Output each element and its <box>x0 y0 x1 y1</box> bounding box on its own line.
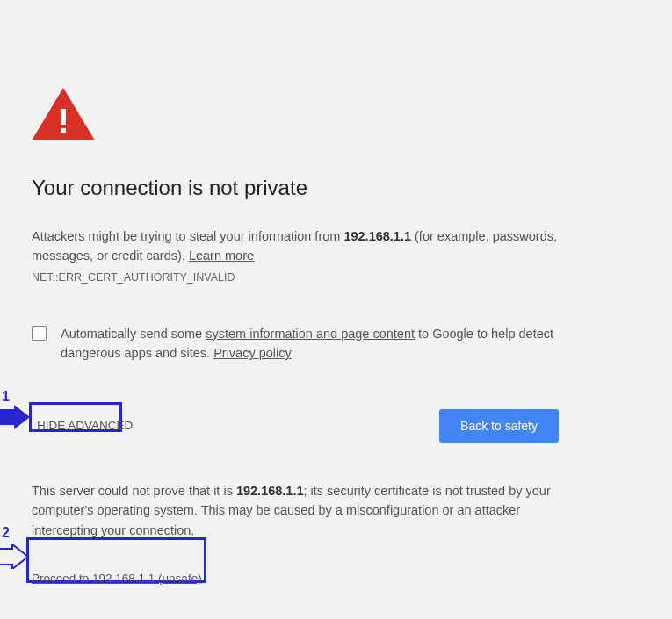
learn-more-link[interactable]: Learn more <box>189 248 254 263</box>
warning-triangle-icon <box>32 88 559 140</box>
annotation-arrow-2-icon <box>0 544 30 569</box>
privacy-policy-link[interactable]: Privacy policy <box>213 346 292 360</box>
annotation-label-2: 2 <box>2 525 10 541</box>
advanced-paragraph: This server could not prove that it is 1… <box>32 481 559 540</box>
diagnostic-text: Automatically send some system informati… <box>61 324 559 363</box>
warning-text-before: Attackers might be trying to steal your … <box>32 229 343 243</box>
page-title: Your connection is not private <box>32 176 559 200</box>
diagnostic-row: Automatically send some system informati… <box>32 324 559 363</box>
advanced-text-before: This server could not prove that it is <box>32 484 236 498</box>
warning-paragraph: Attackers might be trying to steal your … <box>32 227 559 266</box>
svg-marker-4 <box>0 544 28 569</box>
diagnostic-text-before: Automatically send some <box>61 327 206 341</box>
annotation-label-1: 1 <box>2 389 10 405</box>
back-to-safety-button[interactable]: Back to safety <box>439 409 559 443</box>
advanced-host-text: 192.168.1.1 <box>236 484 304 498</box>
interstitial-page: Your connection is not private Attackers… <box>32 88 559 586</box>
diagnostic-checkbox[interactable] <box>32 326 47 341</box>
svg-marker-3 <box>0 405 30 429</box>
annotation-arrow-1-icon <box>0 405 32 429</box>
hide-advanced-button[interactable]: HIDE ADVANCED <box>32 414 138 437</box>
svg-rect-1 <box>61 109 66 125</box>
button-row: HIDE ADVANCED Back to safety <box>32 409 559 443</box>
proceed-link[interactable]: Proceed to 192.168.1.1 (unsafe) <box>32 572 202 585</box>
system-info-link[interactable]: system information and page content <box>206 327 415 341</box>
svg-rect-2 <box>61 128 66 133</box>
error-code: NET::ERR_CERT_AUTHORITY_INVALID <box>32 271 559 284</box>
host-text: 192.168.1.1 <box>343 229 411 243</box>
